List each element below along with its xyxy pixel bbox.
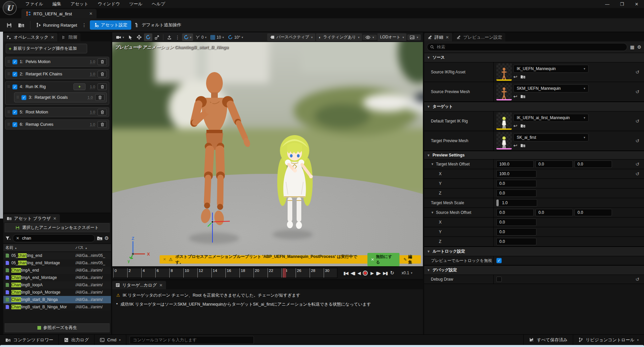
world-local-toggle-button[interactable]: ▾ — [182, 33, 193, 41]
source-ikrig-thumbnail[interactable] — [496, 63, 512, 81]
browse-to-asset-icon[interactable] — [520, 124, 525, 128]
timeline-playhead[interactable] — [283, 268, 286, 278]
ignore-root-lock-checkbox[interactable]: ✓ — [496, 258, 502, 263]
reset-to-default-button[interactable]: ↺ — [631, 69, 644, 75]
op-enabled-checkbox[interactable]: ✓ — [12, 110, 17, 115]
asset-search-input[interactable] — [21, 236, 91, 241]
reset-to-default-button[interactable]: ↺ — [631, 171, 644, 177]
add-retarget-op-button[interactable]: + 新規リターゲティング操作を追加 — [6, 44, 87, 53]
menu-file[interactable]: ファイル — [21, 0, 47, 8]
disable-postprocess-button[interactable]: ✕ 無効にする — [367, 253, 399, 266]
scale-tool-button[interactable] — [153, 33, 161, 41]
op-enabled-checkbox[interactable]: ✓ — [12, 84, 17, 89]
z-value-input[interactable] — [496, 190, 536, 197]
record-button[interactable] — [363, 271, 368, 276]
retarget-options-dots-icon[interactable]: ⋮ — [80, 22, 88, 28]
asset-row[interactable]: ChantingB_start_B_Ninga_Mor /All/Ga...i/… — [3, 303, 111, 311]
asset-row-selected[interactable]: ChantingB_start_B_Ninga /All/Ga...i/anim… — [3, 296, 111, 303]
actor-snap-button[interactable]: 0▾ — [194, 33, 208, 41]
browse-to-asset-icon[interactable] — [520, 75, 525, 79]
y-value-input[interactable] — [496, 228, 536, 236]
target-offset-y-input[interactable] — [535, 160, 573, 168]
delete-op-button[interactable] — [98, 83, 107, 90]
console-command-input[interactable] — [130, 336, 254, 344]
timeline-ruler[interactable]: 024681012141618202224262830 — [113, 268, 337, 278]
y-value-input[interactable] — [496, 180, 536, 187]
reset-to-default-button[interactable]: ↺ — [631, 161, 644, 167]
transform-gizmo[interactable] — [202, 199, 243, 246]
scale-slider-grip[interactable] — [496, 200, 499, 206]
asset-settings-button[interactable]: アセット設定 — [90, 20, 131, 30]
op-weight-field[interactable]: 1.0 — [90, 60, 95, 64]
play-button[interactable]: ▶ — [370, 271, 373, 276]
tab-hierarchy[interactable]: 階層 — [58, 33, 80, 41]
use-selected-icon[interactable]: ↩ — [513, 74, 517, 79]
asset-row[interactable]: ChantingA_end_Montage /All/Ga...i/anim/ — [3, 274, 111, 281]
unreal-logo-icon[interactable]: U — [3, 1, 17, 15]
viewport-options-button[interactable]: ▾ — [114, 33, 126, 41]
move-tool-button[interactable] — [135, 33, 143, 41]
tab-asset-browser[interactable]: アセット ブラウザ ✕ — [3, 214, 60, 223]
browse-to-asset-button[interactable] — [16, 20, 26, 30]
reset-to-default-button[interactable]: ↺ — [631, 138, 644, 143]
delete-op-button[interactable] — [95, 94, 105, 101]
menu-tools[interactable]: ツール — [125, 0, 147, 8]
play-reverse-button[interactable]: ◀ — [357, 271, 360, 276]
rotation-snap-button[interactable]: 10°▾ — [226, 33, 245, 41]
delete-op-button[interactable] — [98, 109, 107, 115]
delete-op-button[interactable] — [98, 121, 107, 128]
op-item-pelvis-motion[interactable]: ⠿ ✓ 1: Pelvis Motion 1.0 — [5, 57, 109, 67]
op-weight-field[interactable]: 1.0 — [88, 95, 93, 100]
lod-dropdown[interactable]: LODオート▾ — [377, 33, 407, 41]
source-mesh-dropdown[interactable]: SKM_UEFN_Mannequin▾ — [513, 84, 589, 92]
perspective-dropdown[interactable]: パースペクティブ▾ — [267, 33, 316, 41]
delete-op-button[interactable] — [98, 71, 107, 77]
asset-row[interactable]: 05_chanting_end_Montage /All/Ga...nim/05… — [3, 259, 111, 267]
step-forward-button[interactable]: ▮▶ — [376, 271, 380, 276]
op-enabled-checkbox[interactable]: ✓ — [21, 95, 26, 100]
tab-preview-scene-settings[interactable]: プレビュ...ーン設定 — [453, 33, 505, 41]
tab-rtg-uefn-ai-first[interactable]: RTG_UEFN_ai_first ✕ — [21, 9, 97, 18]
tab-details-close-icon[interactable]: ✕ — [446, 35, 449, 40]
source-offset-z-input[interactable] — [575, 209, 612, 216]
display-filter-grid-icon[interactable]: ▦ — [630, 44, 634, 50]
minimize-button[interactable]: — — [600, 0, 615, 8]
playback-speed-dropdown[interactable]: x0.1▾ — [401, 271, 412, 275]
default-chain-ops-button[interactable]: デフォルト追加操作 — [133, 22, 183, 28]
section-preview-settings[interactable]: ▼Preview Settings — [424, 151, 644, 159]
edit-postprocess-button[interactable]: ✎ 編集 — [402, 254, 418, 265]
tab-asset-browser-close-icon[interactable]: ✕ — [53, 216, 56, 221]
section-debug[interactable]: ▼デバッグ設定 — [424, 265, 644, 275]
loop-button[interactable]: ↻ — [390, 270, 394, 276]
target-mesh-thumbnail[interactable] — [496, 132, 512, 149]
op-item-retarget-fk-chains[interactable]: ⠿ ✓ 2: Retarget FK Chains 1.0 — [5, 69, 109, 79]
tab-op-stack[interactable]: オペレ...スタック ✕ — [3, 33, 57, 41]
z-value-input[interactable] — [496, 238, 536, 245]
asset-search-box[interactable]: ✕ — [13, 234, 95, 242]
target-offset-z-input[interactable] — [575, 160, 612, 168]
browse-to-asset-icon[interactable] — [520, 94, 525, 98]
section-root-lock[interactable]: ▼ルートロック設定 — [424, 247, 644, 256]
x-value-input[interactable] — [496, 219, 536, 226]
warning-close-icon[interactable]: ✕ — [163, 257, 166, 262]
menu-window[interactable]: ウィンドウ — [94, 0, 124, 8]
snap-options-dots-icon[interactable]: ⋮ — [174, 35, 181, 40]
settings-gear-icon[interactable]: ⚙ — [105, 235, 109, 241]
filter-funnel-icon[interactable] — [5, 236, 11, 240]
op-weight-field[interactable]: 1.0 — [90, 85, 95, 89]
target-ikrig-dropdown[interactable]: IK_UEFN_ai_first_Mannequin▾ — [513, 114, 589, 122]
drag-handle-icon[interactable]: ⠿ — [7, 122, 10, 127]
add-child-op-button[interactable]: + — [73, 83, 86, 90]
op-weight-field[interactable]: 1.0 — [90, 110, 95, 114]
output-log-button[interactable]: 出力ログ — [59, 335, 95, 345]
source-mesh-thumbnail[interactable] — [496, 83, 512, 100]
target-scale-input[interactable] — [497, 199, 537, 207]
screenshot-dropdown[interactable]: ▾ — [407, 34, 421, 40]
op-enabled-checkbox[interactable]: ✓ — [12, 59, 17, 64]
clear-search-icon[interactable]: ✕ — [16, 236, 19, 241]
asset-row[interactable]: ChantingB_loopA_Montage /All/Ga...i/anim… — [3, 289, 111, 296]
browse-to-asset-icon[interactable] — [520, 143, 525, 147]
op-enabled-checkbox[interactable]: ✓ — [12, 72, 17, 77]
asset-row[interactable]: ChantingB_loopA /All/Ga...i/anim/ — [3, 281, 111, 289]
menu-help[interactable]: ヘルプ — [148, 0, 169, 8]
